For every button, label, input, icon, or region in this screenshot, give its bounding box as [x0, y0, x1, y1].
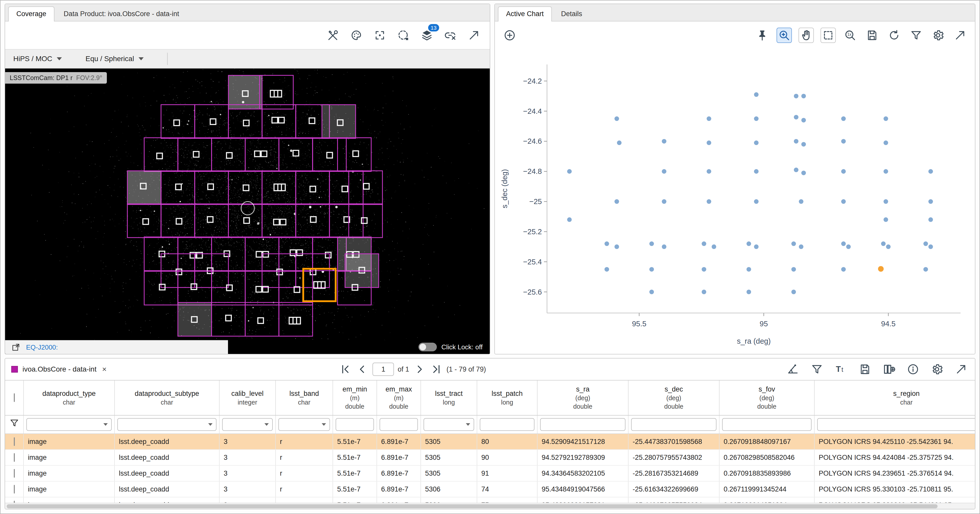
cell-s_region[interactable]: POLYGON ICRS 95.329860 -25.544361 95. [815, 497, 975, 503]
cell-em_min[interactable]: 5.51e-7 [333, 450, 377, 465]
obscore-points[interactable] [884, 117, 888, 121]
expand-icon[interactable] [466, 28, 482, 43]
cell-calib_level[interactable]: 3 [219, 481, 275, 497]
cell-em_max[interactable]: 6.891e-7 [377, 434, 421, 450]
obscore-points[interactable] [791, 267, 796, 271]
obscore-points[interactable] [794, 139, 799, 144]
sky-canvas[interactable] [5, 69, 490, 354]
selected-point[interactable] [878, 266, 884, 271]
cell-s_ra[interactable]: 95.43484919047566 [537, 481, 628, 497]
scrollbar-thumb[interactable] [6, 504, 937, 508]
cell-dataproduct_subtype[interactable]: lsst.deep_coadd [115, 465, 219, 481]
column-header-lsst_tract[interactable]: lsst_tractlong [421, 380, 477, 415]
hips-moc-dropdown[interactable]: HiPS / MOC [13, 55, 62, 63]
obscore-points[interactable] [614, 117, 619, 121]
obscore-points[interactable] [754, 244, 759, 249]
obscore-points[interactable] [928, 169, 933, 174]
row-checkbox[interactable] [5, 481, 24, 497]
layers-icon[interactable]: 13 [419, 28, 434, 43]
column-header-dataproduct_type[interactable]: dataproduct_typechar [24, 380, 115, 415]
cell-s_region[interactable]: POLYGON ICRS 94.425110 -25.542361 94. [815, 434, 975, 450]
cell-s_region[interactable]: POLYGON ICRS 94.424084 -25.375725 94. [815, 450, 975, 465]
column-header-s_ra[interactable]: s_ra(deg)double [537, 380, 628, 415]
cell-lsst_tract[interactable]: 5305 [421, 465, 477, 481]
obscore-points[interactable] [747, 267, 751, 271]
obscore-points[interactable] [791, 241, 796, 246]
cell-s_fov[interactable]: 0.267100914351234 [719, 497, 815, 503]
cell-s_dec[interactable]: -25.61634322699669 [628, 481, 719, 497]
cell-calib_level[interactable]: 3 [219, 497, 275, 503]
obscore-points[interactable] [841, 267, 846, 271]
filter-icon[interactable] [809, 362, 824, 377]
column-header-em_min[interactable]: em_min(m)double [333, 380, 377, 415]
obscore-points[interactable] [794, 168, 799, 172]
cell-lsst_band[interactable]: r [275, 497, 333, 503]
cell-em_max[interactable]: 6.891e-7 [377, 481, 421, 497]
close-icon[interactable]: × [102, 365, 107, 374]
circle-select-icon[interactable] [396, 28, 411, 43]
obscore-points[interactable] [702, 241, 706, 246]
obscore-points[interactable] [567, 169, 572, 174]
cell-s_ra[interactable]: 94.52792192789309 [537, 450, 628, 465]
tab-data-product-ivoa-obscore-data-int[interactable]: Data Product: ivoa.ObsCore - data-int [56, 6, 187, 21]
pan-icon[interactable] [799, 28, 814, 43]
column-header-s_region[interactable]: s_regionchar [815, 380, 975, 415]
cell-s_fov[interactable]: 0.267119991345244 [719, 481, 815, 497]
cell-em_min[interactable]: 5.51e-7 [333, 434, 377, 450]
settings-icon[interactable] [931, 28, 946, 43]
obscore-points[interactable] [841, 117, 846, 121]
save-icon[interactable] [857, 362, 873, 377]
cell-lsst_tract[interactable]: 5306 [421, 481, 477, 497]
expand-icon[interactable] [952, 28, 968, 43]
obscore-points[interactable] [649, 290, 654, 294]
last-page-icon[interactable] [430, 362, 443, 376]
horizontal-scrollbar[interactable] [5, 503, 975, 509]
obscore-points[interactable] [614, 244, 619, 249]
cell-s_ra[interactable]: 95.43396820157031 [537, 497, 628, 503]
cell-dataproduct_subtype[interactable]: lsst.deep_coadd [115, 481, 219, 497]
table-row[interactable]: imagelsst.deep_coadd3r5.51e-76.891e-7530… [5, 497, 975, 503]
obscore-points[interactable] [791, 290, 796, 294]
obscore-points[interactable] [924, 267, 928, 271]
obscore-points[interactable] [707, 169, 711, 174]
page-number-input[interactable] [373, 362, 394, 376]
obscore-points[interactable] [846, 244, 851, 249]
filter-input-em_min[interactable] [336, 418, 374, 431]
row-checkbox[interactable] [5, 450, 24, 465]
expand-icon[interactable] [953, 362, 969, 377]
obscore-points[interactable] [884, 169, 888, 174]
cell-lsst_band[interactable]: r [275, 465, 333, 481]
angle-icon[interactable] [785, 362, 800, 377]
table-row[interactable]: imagelsst.deep_coadd3r5.51e-76.891e-7530… [5, 450, 975, 465]
cell-lsst_tract[interactable]: 5305 [421, 434, 477, 450]
obscore-points[interactable] [841, 139, 846, 144]
row-checkbox[interactable] [5, 434, 24, 450]
next-page-icon[interactable] [413, 362, 426, 376]
scatter-chart[interactable]: −24.2−24.4−24.6−24.8−25−25.2−25.4−25.695… [495, 49, 975, 354]
link-off-icon[interactable] [443, 28, 458, 43]
cell-em_max[interactable]: 6.891e-7 [377, 497, 421, 503]
obscore-points[interactable] [754, 199, 759, 204]
tab-active-chart[interactable]: Active Chart [498, 6, 552, 21]
cell-lsst_patch[interactable]: 74 [477, 481, 537, 497]
tab-coverage[interactable]: Coverage [8, 6, 54, 21]
cell-s_dec[interactable]: -25.280757955743802 [628, 450, 719, 465]
cell-s_dec[interactable]: -25.447383701598568 [628, 434, 719, 450]
first-page-icon[interactable] [339, 362, 352, 376]
obscore-points[interactable] [712, 244, 716, 249]
settings-icon[interactable] [929, 362, 945, 377]
cell-dataproduct_subtype[interactable]: lsst.deep_coadd [115, 434, 219, 450]
obscore-points[interactable] [649, 267, 654, 271]
obscore-points[interactable] [707, 140, 711, 145]
obscore-points[interactable] [884, 199, 888, 204]
cell-s_ra[interactable]: 94.52909421517128 [537, 434, 628, 450]
save-icon[interactable] [864, 28, 880, 43]
obscore-points[interactable] [754, 140, 759, 145]
filter-icon[interactable] [908, 28, 924, 43]
column-header-lsst_band[interactable]: lsst_bandchar [275, 380, 333, 415]
column-header-calib_level[interactable]: calib_levelinteger [219, 380, 275, 415]
filter-input-s_dec[interactable] [631, 418, 716, 431]
cell-s_fov[interactable]: 0.2670918835893986 [719, 465, 815, 481]
cell-s_fov[interactable]: 0.26708298508582046 [719, 450, 815, 465]
info-icon[interactable] [905, 362, 921, 377]
